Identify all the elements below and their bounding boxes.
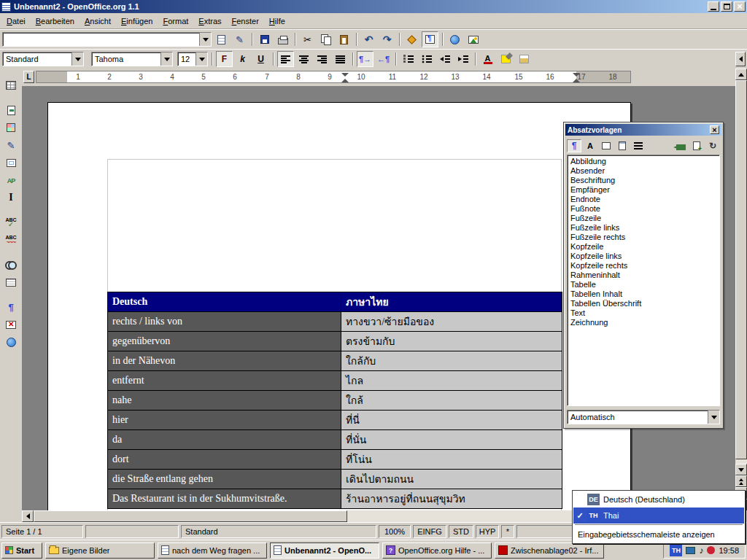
clock[interactable]: 19:58 bbox=[719, 546, 739, 555]
horizontal-scroll-thumb[interactable] bbox=[34, 510, 347, 522]
cell-th[interactable]: ทางขวา/ซ้ายมือของ bbox=[341, 312, 562, 332]
style-item[interactable]: Kopfzeile rechts bbox=[568, 261, 719, 271]
redo-button[interactable] bbox=[379, 31, 395, 47]
cell-th[interactable]: ที่นั่น bbox=[341, 430, 562, 450]
table-row[interactable]: naheใกล้ bbox=[108, 391, 562, 411]
tab-type-button[interactable] bbox=[23, 71, 34, 83]
auto-spellcheck-button[interactable] bbox=[3, 232, 20, 248]
style-item[interactable]: Kopfzeile links bbox=[568, 252, 719, 261]
decrease-indent-button[interactable] bbox=[436, 51, 453, 67]
nonprinting-characters-button[interactable] bbox=[3, 299, 20, 315]
online-layout-button[interactable] bbox=[3, 334, 20, 350]
language-item-th[interactable]: TH Thai bbox=[573, 508, 744, 524]
close-button[interactable] bbox=[734, 1, 746, 12]
draw-functions-button[interactable] bbox=[3, 137, 20, 153]
cell-de[interactable]: rechts / links von bbox=[108, 312, 341, 332]
language-indicator[interactable]: TH bbox=[670, 545, 682, 556]
stylist-close-button[interactable] bbox=[710, 125, 719, 134]
cell-th[interactable]: ร้านอาหารอยู่ที่ถนนสุขุมวิท bbox=[341, 489, 562, 509]
edit-file-button[interactable] bbox=[231, 31, 248, 47]
start-button[interactable]: Start bbox=[1, 542, 42, 559]
font-size-combo[interactable]: 12 bbox=[177, 52, 208, 66]
align-justify-button[interactable] bbox=[332, 51, 349, 67]
table-row[interactable]: rechts / links vonทางขวา/ซ้ายมือของ bbox=[108, 312, 562, 332]
style-item[interactable]: Text bbox=[568, 308, 719, 318]
fill-format-button[interactable] bbox=[673, 139, 688, 152]
cell-th[interactable]: ตรงข้ามกับ bbox=[341, 332, 562, 351]
graphics-on-off-button[interactable] bbox=[3, 316, 20, 332]
table-row[interactable]: dortที่โน่น bbox=[108, 450, 562, 470]
copy-button[interactable] bbox=[317, 31, 334, 47]
frame-styles-button[interactable] bbox=[599, 139, 614, 152]
translation-table[interactable]: Deutsch ภาษาไทย rechts / links vonทางขวา… bbox=[107, 292, 562, 509]
status-insert-mode[interactable]: EINFG bbox=[413, 525, 446, 538]
menu-fenster[interactable]: Fenster bbox=[227, 15, 264, 28]
minimize-button[interactable] bbox=[708, 1, 719, 12]
paragraph-background-button[interactable] bbox=[516, 51, 533, 67]
style-item[interactable]: Fußzeile rechts bbox=[568, 233, 719, 242]
italic-button[interactable]: k bbox=[234, 51, 251, 67]
cell-th[interactable]: ใกล้กับ bbox=[341, 351, 562, 371]
style-filter-arrow[interactable] bbox=[708, 411, 719, 424]
form-functions-button[interactable] bbox=[3, 155, 20, 171]
table-row[interactable]: in der Nähevonใกล้กับ bbox=[108, 351, 562, 371]
cell-th[interactable]: ที่นี่ bbox=[341, 411, 562, 430]
cell-th[interactable]: ที่โน่น bbox=[341, 450, 562, 470]
taskbar-button-unbenannt2[interactable]: Unbenannt2 - OpenO... bbox=[270, 542, 379, 559]
menu-format[interactable]: Format bbox=[158, 15, 193, 28]
language-menu-footer-item[interactable]: Eingabegebietsschemaleiste anzeigen bbox=[573, 526, 744, 542]
status-zoom[interactable]: 100% bbox=[379, 525, 411, 538]
align-center-button[interactable] bbox=[295, 51, 312, 67]
style-list[interactable]: Abbildung Absender Beschriftung Empfänge… bbox=[567, 155, 720, 406]
increase-indent-button[interactable] bbox=[454, 51, 471, 67]
numbering-styles-button[interactable] bbox=[631, 139, 646, 152]
font-size-arrow[interactable] bbox=[196, 52, 207, 66]
insert-object-button[interactable] bbox=[3, 120, 20, 136]
style-item[interactable]: Fußnote bbox=[568, 204, 719, 214]
font-size-value[interactable]: 12 bbox=[178, 55, 196, 63]
status-selection-mode[interactable]: STD bbox=[449, 525, 473, 538]
header-cell-th[interactable]: ภาษาไทย bbox=[341, 292, 562, 312]
page-styles-button[interactable] bbox=[615, 139, 630, 152]
vertical-scrollbar[interactable] bbox=[735, 69, 747, 522]
style-item[interactable]: Absender bbox=[568, 166, 719, 176]
character-styles-button[interactable] bbox=[583, 139, 597, 152]
style-item[interactable]: Rahmeninhalt bbox=[568, 271, 719, 280]
cell-de[interactable]: in der Nähevon bbox=[108, 351, 341, 371]
language-menu[interactable]: DE Deutsch (Deutschland) TH Thai Eingabe… bbox=[572, 490, 746, 544]
style-item[interactable]: Endnote bbox=[568, 195, 719, 204]
cut-button[interactable] bbox=[299, 31, 316, 47]
paragraph-style-value[interactable]: Standard bbox=[3, 55, 71, 63]
style-item[interactable]: Tabelle bbox=[568, 280, 719, 289]
status-tray-icon[interactable] bbox=[707, 546, 715, 554]
table-row[interactable]: die Straße entlang gehenเดินไปตามถนน bbox=[108, 470, 562, 489]
autotext-button[interactable] bbox=[3, 172, 20, 188]
new-style-button[interactable] bbox=[689, 139, 704, 152]
paste-button[interactable] bbox=[336, 31, 352, 47]
document-page[interactable]: Deutsch ภาษาไทย rechts / links vonทางขวา… bbox=[47, 102, 631, 510]
table-row[interactable]: hierที่นี่ bbox=[108, 411, 562, 430]
align-left-button[interactable] bbox=[277, 51, 294, 67]
cell-de[interactable]: hier bbox=[108, 411, 341, 430]
language-item-de[interactable]: DE Deutsch (Deutschland) bbox=[573, 491, 744, 508]
hyperlink-button[interactable] bbox=[446, 31, 463, 47]
url-combo[interactable] bbox=[2, 32, 212, 47]
style-item[interactable]: Tabellen Überschrift bbox=[568, 299, 719, 308]
menu-extras[interactable]: Extras bbox=[193, 15, 226, 28]
toolbar-overflow-button[interactable] bbox=[735, 52, 746, 66]
underline-button[interactable]: U bbox=[252, 51, 269, 67]
display-tray-icon[interactable] bbox=[686, 547, 695, 554]
maximize-button[interactable] bbox=[721, 1, 732, 12]
update-style-button[interactable] bbox=[705, 139, 720, 152]
bullets-button[interactable] bbox=[418, 51, 435, 67]
style-filter-value[interactable]: Automatisch bbox=[568, 413, 708, 421]
style-item[interactable]: Fußzeile links bbox=[568, 223, 719, 233]
cell-de[interactable]: die Straße entlang gehen bbox=[108, 470, 341, 489]
window-titlebar[interactable]: Unbenannt2 - OpenOffice.org 1.1 bbox=[0, 0, 747, 13]
vertical-scroll-track[interactable] bbox=[735, 80, 747, 464]
font-color-button[interactable] bbox=[479, 51, 496, 67]
menu-bearbeiten[interactable]: Bearbeiten bbox=[31, 15, 80, 28]
stylist-titlebar[interactable]: Absatzvorlagen bbox=[565, 124, 721, 136]
menu-einfuegen[interactable]: Einfügen bbox=[116, 15, 158, 28]
font-name-arrow[interactable] bbox=[160, 52, 172, 66]
